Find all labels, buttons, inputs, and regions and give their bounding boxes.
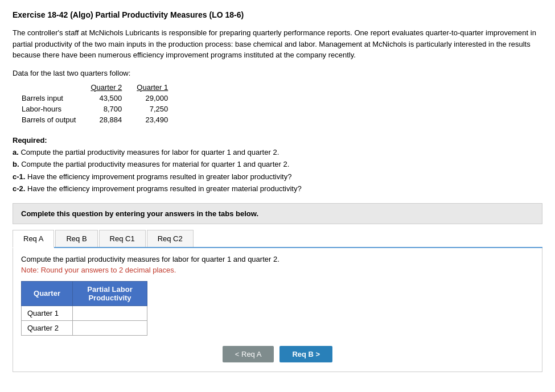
next-button[interactable]: Req B > <box>279 346 332 362</box>
tab-req-b[interactable]: Req B <box>55 230 97 247</box>
labor-hours-q2: 8,700 <box>87 104 133 114</box>
tabs-bar: Req A Req B Req C1 Req C2 <box>13 230 542 248</box>
data-table: Quarter 2 Quarter 1 Barrels input 43,500… <box>18 82 179 125</box>
tab-req-a[interactable]: Req A <box>13 230 54 248</box>
barrels-output-q1: 23,490 <box>133 114 179 125</box>
tab-req-c1[interactable]: Req C1 <box>99 230 146 247</box>
prev-button[interactable]: < Req A <box>223 346 274 362</box>
required-label: Required: <box>13 136 47 145</box>
row-label-barrels-input: Barrels input <box>18 93 87 104</box>
answer-row-q2-input-cell[interactable] <box>73 320 147 335</box>
labor-hours-q1: 7,250 <box>133 104 179 114</box>
req-item-c2: c-2. Have the efficiency improvement pro… <box>13 183 542 195</box>
col-header-q2: Quarter 2 <box>87 82 133 93</box>
barrels-output-q2: 28,884 <box>87 114 133 125</box>
table-row: Labor-hours 8,700 7,250 <box>18 104 179 114</box>
tab-req-c2[interactable]: Req C2 <box>147 230 194 247</box>
tab-content: Compute the partial productivity measure… <box>13 248 542 372</box>
nav-buttons: < Req A Req B > <box>21 346 534 362</box>
req-item-c1: c-1. Have the efficiency improvement pro… <box>13 171 542 183</box>
table-row: Barrels input 43,500 29,000 <box>18 93 179 104</box>
row-label-barrels-output: Barrels of output <box>18 114 87 125</box>
barrels-input-q2: 43,500 <box>87 93 133 104</box>
answer-col-quarter: Quarter <box>22 281 73 306</box>
tab-instruction: Compute the partial productivity measure… <box>21 255 534 263</box>
answer-col-productivity: Partial LaborProductivity <box>73 281 147 306</box>
req-item-b: b. Compute the partial productivity meas… <box>13 158 542 170</box>
barrels-input-q1: 29,000 <box>133 93 179 104</box>
col-header-q1: Quarter 1 <box>133 82 179 93</box>
answer-input-q1[interactable] <box>79 309 141 317</box>
tab-note: Note: Round your answers to 2 decimal pl… <box>21 266 534 274</box>
complete-box: Complete this question by entering your … <box>13 203 542 224</box>
answer-input-q2[interactable] <box>79 324 141 332</box>
table-row: Barrels of output 28,884 23,490 <box>18 114 179 125</box>
answer-row-q2: Quarter 2 <box>22 320 147 335</box>
answer-row-q1-input-cell[interactable] <box>73 306 147 320</box>
page-title: Exercise 18-42 (Algo) Partial Productivi… <box>13 10 542 19</box>
intro-text: The controller's staff at McNichols Lubr… <box>13 27 542 61</box>
row-label-labor-hours: Labor-hours <box>18 104 87 114</box>
req-item-a: a. Compute the partial productivity meas… <box>13 146 542 158</box>
answer-row-q2-label: Quarter 2 <box>22 320 73 335</box>
data-label: Data for the last two quarters follow: <box>13 69 542 77</box>
answer-row-q1: Quarter 1 <box>22 306 147 320</box>
required-section: Required: a. Compute the partial product… <box>13 134 542 195</box>
answer-row-q1-label: Quarter 1 <box>22 306 73 320</box>
answer-table: Quarter Partial LaborProductivity Quarte… <box>21 281 147 336</box>
